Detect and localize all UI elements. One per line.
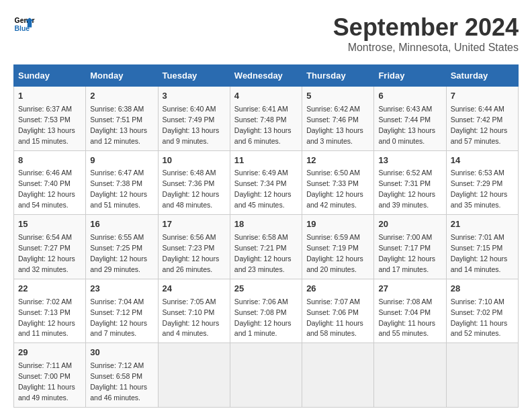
col-thursday: Thursday <box>302 65 374 87</box>
day-number: 28 <box>451 283 514 295</box>
sunrise-info: Sunrise: 6:52 AM <box>378 169 432 177</box>
day-number: 22 <box>18 283 81 295</box>
calendar-week-row: 8 Sunrise: 6:46 AM Sunset: 7:40 PM Dayli… <box>14 150 519 215</box>
col-friday: Friday <box>374 65 446 87</box>
day-number: 12 <box>306 154 369 167</box>
sunset-info: Sunset: 7:02 PM <box>451 308 503 316</box>
sunset-info: Sunset: 7:46 PM <box>306 116 359 124</box>
sunrise-info: Sunrise: 6:41 AM <box>234 105 288 113</box>
sunset-info: Sunset: 7:49 PM <box>163 116 215 124</box>
day-number: 11 <box>234 154 298 167</box>
table-row: 20 Sunrise: 7:00 AM Sunset: 7:17 PM Dayl… <box>374 215 446 279</box>
table-row: 13 Sunrise: 6:52 AM Sunset: 7:31 PM Dayl… <box>374 150 446 215</box>
sunset-info: Sunset: 7:15 PM <box>451 244 503 252</box>
logo-icon: General Blue <box>13 13 35 35</box>
daylight-info: Daylight: 11 hours and 52 minutes. <box>451 319 508 338</box>
day-number: 29 <box>18 347 81 359</box>
table-row: 14 Sunrise: 6:53 AM Sunset: 7:29 PM Dayl… <box>446 150 518 215</box>
sunrise-info: Sunrise: 6:49 AM <box>234 169 288 177</box>
calendar-header-row: Sunday Monday Tuesday Wednesday Thursday… <box>14 65 519 87</box>
sunrise-info: Sunrise: 6:38 AM <box>90 105 144 113</box>
day-number: 10 <box>163 154 226 167</box>
sunrise-info: Sunrise: 6:48 AM <box>163 169 216 177</box>
calendar-week-row: 15 Sunrise: 6:54 AM Sunset: 7:27 PM Dayl… <box>14 215 519 279</box>
daylight-info: Daylight: 12 hours and 23 minutes. <box>234 255 292 273</box>
table-row: 26 Sunrise: 7:07 AM Sunset: 7:06 PM Dayl… <box>302 279 374 343</box>
day-number: 17 <box>163 218 226 231</box>
sunrise-info: Sunrise: 7:00 AM <box>378 233 432 241</box>
sunset-info: Sunset: 7:31 PM <box>378 179 431 187</box>
sunrise-info: Sunrise: 6:44 AM <box>451 105 504 113</box>
sunrise-info: Sunrise: 6:46 AM <box>18 169 72 177</box>
table-row: 19 Sunrise: 6:59 AM Sunset: 7:19 PM Dayl… <box>302 215 374 279</box>
col-monday: Monday <box>86 65 158 87</box>
table-row <box>158 343 230 408</box>
table-row: 27 Sunrise: 7:08 AM Sunset: 7:04 PM Dayl… <box>374 279 446 343</box>
table-row: 1 Sunrise: 6:37 AM Sunset: 7:53 PM Dayli… <box>14 87 86 151</box>
table-row: 2 Sunrise: 6:38 AM Sunset: 7:51 PM Dayli… <box>86 87 158 151</box>
daylight-info: Daylight: 12 hours and 1 minute. <box>234 319 292 338</box>
sunrise-info: Sunrise: 6:59 AM <box>306 233 360 241</box>
daylight-info: Daylight: 12 hours and 42 minutes. <box>306 190 363 209</box>
day-number: 25 <box>234 283 298 295</box>
sunrise-info: Sunrise: 6:58 AM <box>234 233 288 241</box>
daylight-info: Daylight: 12 hours and 14 minutes. <box>451 255 508 273</box>
day-number: 3 <box>163 90 226 103</box>
daylight-info: Daylight: 12 hours and 48 minutes. <box>163 190 220 209</box>
sunrise-info: Sunrise: 7:05 AM <box>163 298 216 306</box>
daylight-info: Daylight: 13 hours and 15 minutes. <box>18 126 75 145</box>
calendar-week-row: 1 Sunrise: 6:37 AM Sunset: 7:53 PM Dayli… <box>14 87 519 151</box>
table-row: 12 Sunrise: 6:50 AM Sunset: 7:33 PM Dayl… <box>302 150 374 215</box>
sunset-info: Sunset: 7:38 PM <box>90 179 142 187</box>
table-row: 3 Sunrise: 6:40 AM Sunset: 7:49 PM Dayli… <box>158 87 230 151</box>
table-row: 6 Sunrise: 6:43 AM Sunset: 7:44 PM Dayli… <box>374 87 446 151</box>
sunset-info: Sunset: 7:12 PM <box>90 308 142 316</box>
sunrise-info: Sunrise: 7:10 AM <box>451 298 504 306</box>
sunset-info: Sunset: 7:33 PM <box>306 179 359 187</box>
sunrise-info: Sunrise: 6:40 AM <box>163 105 216 113</box>
day-number: 24 <box>163 283 226 295</box>
sunset-info: Sunset: 7:25 PM <box>90 244 142 252</box>
table-row: 4 Sunrise: 6:41 AM Sunset: 7:48 PM Dayli… <box>230 87 302 151</box>
day-number: 18 <box>234 218 298 231</box>
month-title: September 2024 <box>333 13 519 42</box>
table-row: 22 Sunrise: 7:02 AM Sunset: 7:13 PM Dayl… <box>14 279 86 343</box>
sunrise-info: Sunrise: 6:43 AM <box>378 105 432 113</box>
sunset-info: Sunset: 7:21 PM <box>234 244 287 252</box>
daylight-info: Daylight: 12 hours and 7 minutes. <box>90 319 147 338</box>
daylight-info: Daylight: 12 hours and 4 minutes. <box>163 319 220 338</box>
sunrise-info: Sunrise: 6:53 AM <box>451 169 504 177</box>
sunset-info: Sunset: 7:29 PM <box>451 179 503 187</box>
sunset-info: Sunset: 6:58 PM <box>90 372 142 380</box>
day-number: 23 <box>90 283 153 295</box>
table-row: 29 Sunrise: 7:11 AM Sunset: 7:00 PM Dayl… <box>14 343 86 408</box>
calendar-week-row: 29 Sunrise: 7:11 AM Sunset: 7:00 PM Dayl… <box>14 343 519 408</box>
day-number: 16 <box>90 218 153 231</box>
table-row: 16 Sunrise: 6:55 AM Sunset: 7:25 PM Dayl… <box>86 215 158 279</box>
sunset-info: Sunset: 7:51 PM <box>90 116 142 124</box>
daylight-info: Daylight: 13 hours and 6 minutes. <box>234 126 292 145</box>
sunset-info: Sunset: 7:40 PM <box>18 179 71 187</box>
day-number: 5 <box>306 90 369 103</box>
title-section: September 2024 Montrose, Minnesota, Unit… <box>333 13 519 54</box>
table-row: 7 Sunrise: 6:44 AM Sunset: 7:42 PM Dayli… <box>446 87 518 151</box>
location-title: Montrose, Minnesota, United States <box>333 42 519 54</box>
daylight-info: Daylight: 11 hours and 49 minutes. <box>18 383 75 402</box>
day-number: 30 <box>90 347 153 359</box>
daylight-info: Daylight: 12 hours and 20 minutes. <box>306 255 363 273</box>
day-number: 7 <box>451 90 514 103</box>
page-header: General Blue September 2024 Montrose, Mi… <box>13 13 519 54</box>
day-number: 19 <box>306 218 369 231</box>
table-row <box>302 343 374 408</box>
sunrise-info: Sunrise: 6:50 AM <box>306 169 360 177</box>
daylight-info: Daylight: 13 hours and 9 minutes. <box>163 126 220 145</box>
daylight-info: Daylight: 12 hours and 51 minutes. <box>90 190 147 209</box>
table-row: 11 Sunrise: 6:49 AM Sunset: 7:34 PM Dayl… <box>230 150 302 215</box>
sunset-info: Sunset: 7:23 PM <box>163 244 215 252</box>
table-row: 30 Sunrise: 7:12 AM Sunset: 6:58 PM Dayl… <box>86 343 158 408</box>
sunset-info: Sunset: 7:36 PM <box>163 179 215 187</box>
day-number: 8 <box>18 154 81 167</box>
daylight-info: Daylight: 12 hours and 26 minutes. <box>163 255 220 273</box>
table-row: 21 Sunrise: 7:01 AM Sunset: 7:15 PM Dayl… <box>446 215 518 279</box>
day-number: 6 <box>378 90 441 103</box>
